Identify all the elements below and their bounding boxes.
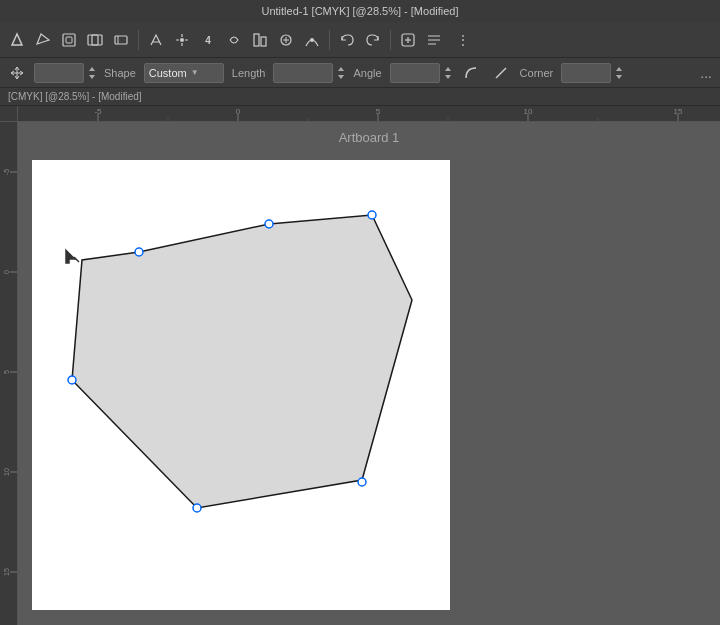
svg-rect-32 (0, 122, 18, 612)
ruler-vertical: -5 0 5 10 15 (0, 122, 18, 625)
length-input[interactable]: 1.389 in (273, 63, 333, 83)
svg-text:15: 15 (674, 107, 683, 116)
tool-icon-3[interactable] (58, 29, 80, 51)
corner-field: 0.0 in (561, 63, 623, 83)
svg-text:-5: -5 (94, 107, 102, 116)
svg-text:0: 0 (3, 270, 10, 274)
corner-curve-icon[interactable] (460, 62, 482, 84)
svg-rect-4 (92, 35, 102, 45)
artboard-label: Artboard 1 (18, 122, 720, 145)
svg-rect-9 (254, 34, 259, 46)
size-field: 0.014 in (34, 63, 96, 83)
toolbar-sep-2 (329, 30, 330, 50)
anchor-point-3[interactable] (135, 248, 143, 256)
anchor-point-5[interactable] (193, 504, 201, 512)
custom-shape-path[interactable] (72, 215, 412, 508)
corner-straight-icon[interactable] (490, 62, 512, 84)
tool-icon-6[interactable] (145, 29, 167, 51)
shape-label: Shape (104, 67, 136, 79)
tool-icon-4[interactable] (84, 29, 106, 51)
shape-chevron-icon: ▼ (191, 68, 199, 77)
angle-input[interactable]: -173.9 (390, 63, 440, 83)
svg-rect-10 (261, 37, 266, 46)
svg-rect-17 (18, 106, 720, 122)
anchor-point-2[interactable] (265, 220, 273, 228)
angle-field: -173.9 (390, 63, 452, 83)
undo-icon[interactable] (336, 29, 358, 51)
svg-text:10: 10 (3, 468, 10, 476)
status-text: [CMYK] [@28.5%] - [Modified] (8, 91, 142, 102)
tool-icon-12[interactable] (301, 29, 323, 51)
svg-rect-2 (66, 37, 72, 43)
anchor-point-1[interactable] (368, 211, 376, 219)
svg-text:10: 10 (524, 107, 533, 116)
anchor-point-4[interactable] (358, 478, 366, 486)
svg-text:⋮⋮: ⋮⋮ (457, 33, 468, 47)
shape-dropdown[interactable]: Custom ▼ (144, 63, 224, 83)
title-bar-text: Untitled-1 [CMYK] [@28.5%] - [Modified] (261, 5, 458, 17)
tool-icon-9[interactable] (223, 29, 245, 51)
angle-down-arrow[interactable] (444, 73, 452, 80)
tool-icon-11[interactable] (275, 29, 297, 51)
corner-up-arrow[interactable] (615, 65, 623, 72)
shape-value: Custom (149, 67, 187, 79)
svg-rect-5 (115, 36, 127, 44)
tool-icon-10[interactable] (249, 29, 271, 51)
svg-marker-0 (12, 34, 22, 45)
shape-svg (32, 160, 450, 610)
artboard (32, 160, 450, 610)
toolbar-sep-3 (390, 30, 391, 50)
svg-text:5: 5 (3, 370, 10, 374)
ruler-row: -5 0 5 10 15 (0, 106, 720, 122)
toolbar-sep-1 (138, 30, 139, 50)
pen-cursor-icon (65, 248, 79, 264)
svg-text:15: 15 (3, 568, 10, 576)
length-field: 1.389 in (273, 63, 345, 83)
corner-label: Corner (520, 67, 554, 79)
redo-icon[interactable] (362, 29, 384, 51)
svg-text:5: 5 (376, 107, 381, 116)
svg-text:0: 0 (236, 107, 241, 116)
move-icon[interactable] (8, 62, 26, 84)
tool-icon-5[interactable] (110, 29, 132, 51)
corner-down-arrow[interactable] (615, 73, 623, 80)
angle-label: Angle (353, 67, 381, 79)
main-area: -5 0 5 10 15 Artboard 1 (0, 122, 720, 625)
toolbar-top: 4 (0, 22, 720, 58)
length-down-arrow[interactable] (337, 73, 345, 80)
angle-up-arrow[interactable] (444, 65, 452, 72)
ruler-corner (0, 106, 18, 122)
svg-point-12 (310, 38, 314, 42)
tool-icon-1[interactable] (6, 29, 28, 51)
corner-input[interactable]: 0.0 in (561, 63, 611, 83)
tool-icon-14[interactable] (423, 29, 445, 51)
length-up-arrow[interactable] (337, 65, 345, 72)
tool-icon-13[interactable] (397, 29, 419, 51)
svg-rect-3 (88, 35, 98, 45)
svg-point-7 (180, 38, 184, 42)
anchor-point-6[interactable] (68, 376, 76, 384)
length-label: Length (232, 67, 266, 79)
svg-marker-43 (65, 248, 77, 264)
ruler-horizontal: -5 0 5 10 15 (18, 106, 720, 122)
tool-icon-15[interactable]: ⋮⋮ (449, 29, 471, 51)
status-bar: [CMYK] [@28.5%] - [Modified] (0, 88, 720, 106)
size-input[interactable]: 0.014 in (34, 63, 84, 83)
svg-text:4: 4 (205, 35, 211, 46)
tool-icon-8[interactable]: 4 (197, 29, 219, 51)
options-bar: 0.014 in Shape Custom ▼ Length 1.389 in … (0, 58, 720, 88)
size-up-arrow[interactable] (88, 65, 96, 72)
size-down-arrow[interactable] (88, 73, 96, 80)
title-bar: Untitled-1 [CMYK] [@28.5%] - [Modified] (0, 0, 720, 22)
svg-text:-5: -5 (3, 169, 10, 175)
canvas-area[interactable]: Artboard 1 (18, 122, 720, 625)
more-options-icon[interactable]: ... (700, 65, 712, 81)
tool-icon-2[interactable] (32, 29, 54, 51)
tool-icon-7[interactable] (171, 29, 193, 51)
svg-rect-1 (63, 34, 75, 46)
